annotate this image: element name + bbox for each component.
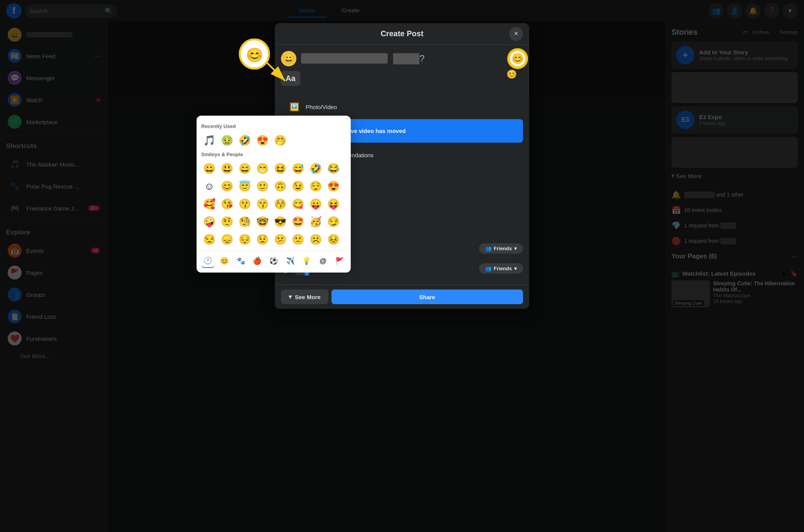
emoji-nerd[interactable]: 🤓: [254, 214, 271, 230]
emoji-disappointed[interactable]: 😞: [219, 231, 235, 247]
emoji-worried[interactable]: 😟: [254, 231, 271, 247]
cat-activities[interactable]: ⚽: [267, 254, 281, 268]
modal-footer: ▾ See More Share: [275, 285, 529, 309]
chevron-down-icon-see-more: ▾: [289, 293, 292, 300]
emoji-monocle[interactable]: 🧐: [237, 214, 253, 230]
recently-used-row: 🎵 🤢 🤣 😍 🤭: [201, 132, 346, 148]
modal-user-row: 😀 What's on your mind, ████? 😊: [281, 51, 523, 66]
emoji-joy[interactable]: 😂: [325, 160, 341, 177]
see-more-button[interactable]: ▾ See More: [281, 290, 328, 304]
emoji-laughing[interactable]: 😆: [272, 160, 288, 177]
emoji-sunglasses[interactable]: 😎: [272, 214, 288, 230]
share-button[interactable]: Share: [331, 290, 523, 304]
emoji-heart-eyes[interactable]: 😍: [325, 178, 341, 194]
emoji-hearteyes[interactable]: 😍: [254, 132, 271, 148]
modal-close-button[interactable]: ×: [509, 27, 523, 41]
emoji-smiling-hearts[interactable]: 🥰: [201, 196, 217, 212]
emoji-shush[interactable]: 🤭: [272, 132, 288, 148]
story-audience-btn[interactable]: 👥 Friends ▾: [479, 263, 523, 274]
emoji-partying[interactable]: 🥳: [308, 214, 324, 230]
option-photo-video[interactable]: 🖼️ Photo/Video: [281, 95, 523, 118]
emoji-nausea[interactable]: 🤢: [219, 132, 235, 148]
emoji-pensive[interactable]: 😔: [237, 231, 253, 247]
see-more-text: See More: [295, 294, 321, 300]
recently-used-title: Recently Used: [201, 123, 346, 129]
smileys-title: Smileys & People: [201, 152, 346, 157]
emoji-innocent[interactable]: 😇: [237, 178, 253, 194]
chevron-down-icon-btn-2: ▾: [514, 266, 517, 271]
emoji-row-5: 😒 😞 😔 😟 😕 🙁 ☹️ 😣: [201, 231, 346, 247]
emoji-relieved[interactable]: 😌: [308, 178, 324, 194]
emoji-kissing-closed[interactable]: 😚: [272, 196, 288, 212]
emoji-grin[interactable]: 😀: [201, 160, 217, 177]
live-video-tooltip: Live video has moved: [340, 124, 411, 138]
friends-label: Friends: [494, 246, 512, 251]
friends-icon: 👥: [485, 246, 491, 251]
emoji-row-3: 🥰 😘 😗 😙 😚 😋 😛 😝: [201, 196, 346, 212]
emoji-kissing-heart[interactable]: 😘: [219, 196, 235, 212]
emoji-yum[interactable]: 😋: [290, 196, 306, 212]
emoji-persevering[interactable]: 😣: [325, 231, 341, 247]
emoji-categories: 🕐 😊 🐾 🍎 ⚽ ✈️ 💡 @ 🚩: [201, 251, 346, 268]
modal-placeholder[interactable]: What's on your mind, ████?: [301, 53, 523, 64]
newsfeed-audience-btn[interactable]: 👥 Friends ▾: [479, 243, 523, 254]
emoji-indicator-area: Aa 😊: [281, 71, 523, 92]
emoji-smirk[interactable]: 😏: [325, 214, 341, 230]
friends-label-2: Friends: [494, 266, 512, 271]
emoji-indicator[interactable]: 😊: [506, 69, 517, 79]
emoji-rofl2[interactable]: 🤣: [308, 160, 324, 177]
emoji-picker: Recently Used 🎵 🤢 🤣 😍 🤭 Smileys & People…: [197, 116, 351, 273]
modal-title: Create Post: [380, 29, 423, 38]
emoji-blush[interactable]: 😊: [219, 178, 235, 194]
cat-flags[interactable]: 🚩: [333, 254, 346, 268]
friends-icon-2: 👥: [485, 266, 491, 271]
emoji-row-4: 🤪 🤨 🧐 🤓 😎 🤩 🥳 😏: [201, 214, 346, 230]
emoji-kissing-smiling[interactable]: 😙: [254, 196, 271, 212]
photo-video-icon: 🖼️: [287, 100, 301, 114]
chevron-down-icon-btn: ▾: [514, 246, 517, 251]
emoji-upside-down[interactable]: 🙃: [272, 178, 288, 194]
emoji-smile[interactable]: 😄: [237, 160, 253, 177]
emoji-zany[interactable]: 🤪: [201, 214, 217, 230]
emoji-row-1: 😀 😃 😄 😁 😆 😅 🤣 😂: [201, 160, 346, 177]
photo-video-label: Photo/Video: [306, 104, 337, 110]
emoji-slightly-smiling[interactable]: 🙂: [254, 178, 271, 194]
emoji-stuck-out-tongue[interactable]: 😛: [308, 196, 324, 212]
emoji-sweat-smile[interactable]: 😅: [290, 160, 306, 177]
modal-header: Create Post ×: [275, 23, 529, 45]
emoji-music[interactable]: 🎵: [201, 132, 217, 148]
emoji-kissing[interactable]: 😗: [237, 196, 253, 212]
emoji-unamused[interactable]: 😒: [201, 231, 217, 247]
emoji-smiley[interactable]: 😃: [219, 160, 235, 177]
modal-overlay[interactable]: Create Post × 😀 What's on your mind, ███…: [0, 0, 804, 532]
emoji-slightly-frowning[interactable]: 🙁: [290, 231, 306, 247]
emoji-wink[interactable]: 😉: [290, 178, 306, 194]
aa-button[interactable]: Aa: [281, 71, 300, 86]
cat-objects[interactable]: 💡: [300, 254, 313, 268]
cat-food[interactable]: 🍎: [251, 254, 264, 268]
emoji-frowning[interactable]: ☹️: [308, 231, 324, 247]
cat-smileys[interactable]: 😊: [218, 254, 231, 268]
emoji-button[interactable]: 😊: [508, 49, 527, 68]
cat-travel[interactable]: ✈️: [283, 254, 297, 268]
emoji-beam[interactable]: 😁: [254, 160, 271, 177]
cat-animals[interactable]: 🐾: [234, 254, 247, 268]
emoji-row-2: ☺️ 😊 😇 🙂 🙃 😉 😌 😍: [201, 178, 346, 194]
emoji-squinting-tongue[interactable]: 😝: [325, 196, 341, 212]
cat-symbols[interactable]: @: [316, 254, 330, 268]
emoji-raised-eyebrow[interactable]: 🤨: [219, 214, 235, 230]
emoji-star-struck[interactable]: 🤩: [290, 214, 306, 230]
modal-avatar: 😀: [281, 51, 296, 66]
emoji-relaxed[interactable]: ☺️: [201, 178, 217, 194]
emoji-rofl[interactable]: 🤣: [237, 132, 253, 148]
emoji-confused[interactable]: 😕: [272, 231, 288, 247]
cat-recent[interactable]: 🕐: [201, 254, 215, 268]
